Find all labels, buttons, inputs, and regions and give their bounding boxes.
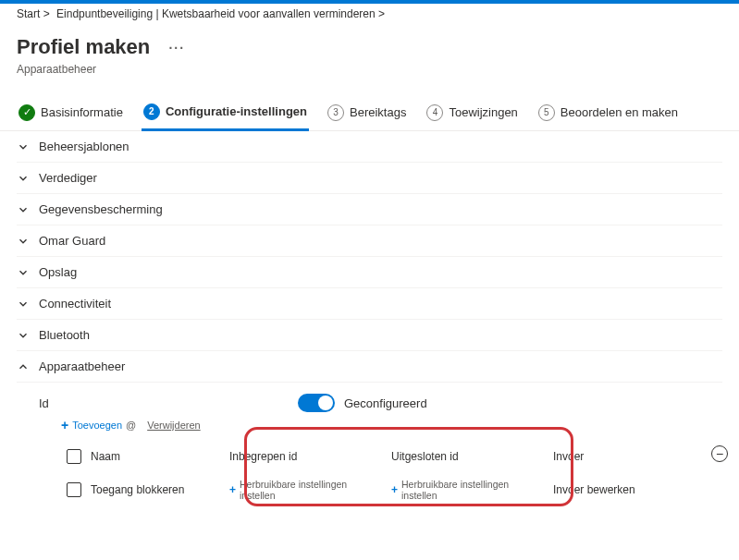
page-subtitle: Apparaatbeheer [0, 59, 739, 89]
step-number-badge: 5 [538, 104, 555, 121]
col-header-entry[interactable]: Invoer [548, 443, 677, 470]
row-toolbar: + Toevoegen @ Verwijderen [61, 418, 722, 432]
wizard-step-assignments[interactable]: 4 Toewijzingen [425, 94, 519, 130]
delete-row-button[interactable]: Verwijderen [147, 420, 200, 431]
chevron-up-icon [17, 360, 30, 373]
plus-icon: + [229, 483, 236, 496]
configured-toggle[interactable] [298, 394, 335, 412]
row-name-cell[interactable]: Toegang blokkeren [85, 476, 224, 504]
row-select-cell [61, 475, 85, 505]
accordion-label: Verdediger [39, 171, 97, 185]
accordion-item-omar-guard[interactable]: Omar Guard [17, 225, 722, 257]
col-header-name[interactable]: Naam [85, 443, 224, 470]
set-reusable-excluded-link[interactable]: + Herbruikbare instellingen instellen [391, 479, 542, 501]
accordion-label: Beheersjablonen [39, 140, 129, 153]
accordion-item-defender[interactable]: Verdediger [17, 163, 722, 194]
settings-panel: Beheersjablonen Verdediger Gegevensbesch… [0, 131, 739, 508]
chevron-down-icon [17, 329, 30, 342]
col-header-included[interactable]: Inbegrepen id [224, 443, 386, 470]
select-all-cell [61, 442, 85, 471]
chevron-down-icon [17, 203, 30, 216]
edit-entry-link[interactable]: Invoer bewerken [553, 483, 635, 496]
accordion-item-bluetooth[interactable]: Bluetooth [17, 320, 722, 351]
add-row-button[interactable]: + Toevoegen @ [61, 418, 136, 432]
accordion-label: Omar Guard [39, 234, 105, 248]
accordion-item-device-control[interactable]: Apparaatbeheer [17, 351, 722, 383]
step-number-badge: 4 [426, 104, 443, 121]
wizard-tabs: Basisinformatie 2 Configuratie-instellin… [0, 94, 739, 131]
set-reusable-included-link[interactable]: + Herbruikbare instellingen instellen [229, 479, 380, 501]
step-number-badge: 3 [327, 104, 344, 121]
device-control-section: Id Geconfigureerd + Toevoegen @ Verwijde… [17, 383, 722, 508]
plus-icon: + [61, 418, 68, 432]
page-title-row: Profiel maken ··· [0, 22, 739, 59]
accordion-label: Apparaatbeheer [39, 359, 125, 373]
accordion-label: Bluetooth [39, 328, 90, 342]
wizard-step-review[interactable]: 5 Beoordelen en maken [536, 94, 680, 130]
chevron-down-icon [17, 266, 30, 279]
wizard-step-label: Beoordelen en maken [560, 105, 678, 119]
id-field-label: Id [39, 396, 298, 410]
accordion-item-storage[interactable]: Opslag [17, 257, 722, 288]
delete-row-label: Verwijderen [147, 420, 200, 431]
chevron-down-icon [17, 298, 30, 310]
rules-grid-wrap: Naam Inbegrepen id Uitgesloten id Invoer… [39, 442, 722, 508]
step-number-badge: 2 [143, 103, 160, 120]
accordion-label: Opslag [39, 265, 77, 279]
id-field-row: Id Geconfigureerd [39, 394, 722, 412]
wizard-step-scopetags[interactable]: 3 Bereiktags [326, 94, 408, 130]
wizard-step-label: Basisinformatie [41, 105, 123, 119]
chevron-down-icon [17, 140, 30, 153]
chevron-down-icon [17, 235, 30, 248]
row-included-cell: + Herbruikbare instellingen instellen [224, 471, 386, 508]
row-entry-cell: Invoer bewerken [548, 476, 677, 504]
add-extra-indicator: @ [126, 420, 136, 431]
accordion-label: Gegevensbescherming [39, 202, 163, 216]
add-row-label: Toevoegen [72, 420, 122, 431]
wizard-step-basics[interactable]: Basisinformatie [17, 94, 125, 130]
accordion-item-admin-templates[interactable]: Beheersjablonen [17, 131, 722, 163]
remove-row-icon[interactable] [711, 445, 728, 462]
accordion-label: Connectiviteit [39, 297, 111, 310]
breadcrumb-path[interactable]: Eindpuntbeveiliging | Kwetsbaarheid voor… [56, 7, 385, 20]
accordion-item-data-protection[interactable]: Gegevensbescherming [17, 194, 722, 225]
reusable-link-label: Herbruikbare instellingen instellen [401, 479, 542, 501]
wizard-step-label: Bereiktags [350, 105, 406, 119]
breadcrumb-start[interactable]: Start > [17, 7, 50, 20]
check-icon [18, 104, 35, 121]
wizard-step-label: Configuratie-instellingen [166, 104, 307, 118]
row-checkbox[interactable] [67, 482, 81, 497]
chevron-down-icon [17, 172, 30, 185]
select-all-checkbox[interactable] [67, 449, 81, 464]
wizard-step-config[interactable]: 2 Configuratie-instellingen [142, 95, 309, 131]
wizard-step-label: Toewijzingen [449, 105, 517, 119]
breadcrumb: Start > Eindpuntbeveiliging | Kwetsbaarh… [0, 4, 739, 22]
more-actions-button[interactable]: ··· [168, 41, 185, 55]
reusable-link-label: Herbruikbare instellingen instellen [240, 479, 380, 501]
configured-toggle-label: Geconfigureerd [344, 396, 427, 410]
rules-grid: Naam Inbegrepen id Uitgesloten id Invoer… [61, 442, 722, 508]
accordion-item-connectivity[interactable]: Connectiviteit [17, 288, 722, 320]
row-excluded-cell: + Herbruikbare instellingen instellen [386, 471, 548, 508]
page-title: Profiel maken [17, 35, 150, 58]
col-header-excluded[interactable]: Uitgesloten id [386, 443, 548, 470]
plus-icon: + [391, 483, 398, 496]
